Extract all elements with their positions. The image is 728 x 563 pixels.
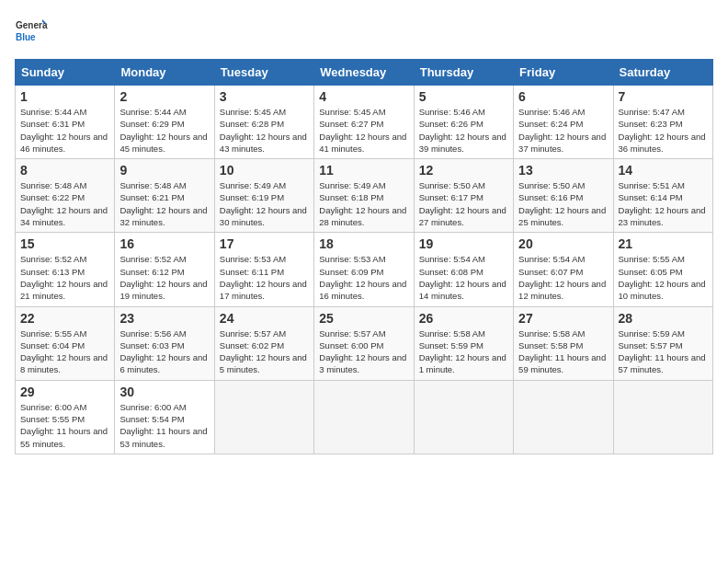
logo-svg: General Blue <box>15 15 48 48</box>
day-number: 10 <box>220 163 309 178</box>
calendar-cell: 17 Sunrise: 5:53 AM Sunset: 6:11 PM Dayl… <box>214 233 313 306</box>
calendar-cell <box>414 380 513 454</box>
day-number: 5 <box>419 89 508 104</box>
day-info: Sunrise: 5:44 AM Sunset: 6:31 PM Dayligh… <box>20 106 109 155</box>
calendar-cell <box>314 380 414 454</box>
calendar-cell: 30 Sunrise: 6:00 AM Sunset: 5:54 PM Dayl… <box>115 380 214 454</box>
day-number: 18 <box>319 236 408 251</box>
calendar-cell <box>514 380 613 454</box>
day-info: Sunrise: 5:50 AM Sunset: 6:16 PM Dayligh… <box>518 179 608 228</box>
day-number: 23 <box>119 311 209 326</box>
calendar-cell: 12 Sunrise: 5:50 AM Sunset: 6:17 PM Dayl… <box>414 159 513 233</box>
day-number: 7 <box>619 89 708 104</box>
day-number: 1 <box>20 89 109 104</box>
calendar-cell: 23 Sunrise: 5:56 AM Sunset: 6:03 PM Dayl… <box>115 306 214 380</box>
calendar-cell: 10 Sunrise: 5:49 AM Sunset: 6:19 PM Dayl… <box>214 159 313 233</box>
day-info: Sunrise: 5:52 AM Sunset: 6:13 PM Dayligh… <box>20 253 109 302</box>
calendar-cell: 11 Sunrise: 5:49 AM Sunset: 6:18 PM Dayl… <box>314 159 414 233</box>
calendar-cell <box>613 380 712 454</box>
day-info: Sunrise: 5:54 AM Sunset: 6:08 PM Dayligh… <box>419 253 508 302</box>
day-info: Sunrise: 5:58 AM Sunset: 5:59 PM Dayligh… <box>419 327 508 376</box>
day-info: Sunrise: 5:45 AM Sunset: 6:27 PM Dayligh… <box>319 106 408 155</box>
day-number: 30 <box>119 385 209 399</box>
day-info: Sunrise: 5:52 AM Sunset: 6:12 PM Dayligh… <box>119 253 209 302</box>
calendar-week-row: 1 Sunrise: 5:44 AM Sunset: 6:31 PM Dayli… <box>16 86 713 159</box>
day-number: 21 <box>619 236 708 251</box>
calendar-cell: 25 Sunrise: 5:57 AM Sunset: 6:00 PM Dayl… <box>314 306 414 380</box>
calendar-cell: 24 Sunrise: 5:57 AM Sunset: 6:02 PM Dayl… <box>214 306 313 380</box>
day-number: 27 <box>518 311 608 326</box>
calendar-week-row: 15 Sunrise: 5:52 AM Sunset: 6:13 PM Dayl… <box>16 233 713 306</box>
svg-text:Blue: Blue <box>16 32 36 42</box>
calendar-cell: 7 Sunrise: 5:47 AM Sunset: 6:23 PM Dayli… <box>613 86 712 159</box>
header-thursday: Thursday <box>414 60 513 86</box>
calendar-week-row: 8 Sunrise: 5:48 AM Sunset: 6:22 PM Dayli… <box>16 159 713 233</box>
day-number: 24 <box>220 311 309 326</box>
day-info: Sunrise: 5:46 AM Sunset: 6:26 PM Dayligh… <box>419 106 508 155</box>
day-number: 19 <box>419 236 508 251</box>
calendar-cell: 6 Sunrise: 5:46 AM Sunset: 6:24 PM Dayli… <box>514 86 613 159</box>
day-info: Sunrise: 6:00 AM Sunset: 5:54 PM Dayligh… <box>119 401 209 450</box>
day-number: 4 <box>319 89 408 104</box>
calendar-cell: 5 Sunrise: 5:46 AM Sunset: 6:26 PM Dayli… <box>414 86 513 159</box>
day-number: 3 <box>220 89 309 104</box>
logo: General Blue <box>15 15 48 48</box>
calendar-cell: 3 Sunrise: 5:45 AM Sunset: 6:28 PM Dayli… <box>214 86 313 159</box>
day-number: 22 <box>20 311 109 326</box>
day-number: 17 <box>220 236 309 251</box>
day-info: Sunrise: 5:54 AM Sunset: 6:07 PM Dayligh… <box>518 253 608 302</box>
calendar-cell: 20 Sunrise: 5:54 AM Sunset: 6:07 PM Dayl… <box>514 233 613 306</box>
calendar-cell: 1 Sunrise: 5:44 AM Sunset: 6:31 PM Dayli… <box>16 86 115 159</box>
day-info: Sunrise: 5:53 AM Sunset: 6:09 PM Dayligh… <box>319 253 408 302</box>
calendar-table: SundayMondayTuesdayWednesdayThursdayFrid… <box>15 59 713 454</box>
calendar-cell: 14 Sunrise: 5:51 AM Sunset: 6:14 PM Dayl… <box>613 159 712 233</box>
day-number: 14 <box>619 163 708 178</box>
calendar-cell: 21 Sunrise: 5:55 AM Sunset: 6:05 PM Dayl… <box>613 233 712 306</box>
day-info: Sunrise: 5:56 AM Sunset: 6:03 PM Dayligh… <box>119 327 209 376</box>
day-info: Sunrise: 5:45 AM Sunset: 6:28 PM Dayligh… <box>220 106 309 155</box>
day-info: Sunrise: 5:58 AM Sunset: 5:58 PM Dayligh… <box>518 327 608 376</box>
page-header: General Blue <box>15 15 713 48</box>
calendar-cell: 15 Sunrise: 5:52 AM Sunset: 6:13 PM Dayl… <box>16 233 115 306</box>
day-info: Sunrise: 5:59 AM Sunset: 5:57 PM Dayligh… <box>619 327 708 376</box>
day-info: Sunrise: 5:48 AM Sunset: 6:22 PM Dayligh… <box>20 179 109 228</box>
calendar-cell <box>214 380 313 454</box>
day-info: Sunrise: 5:49 AM Sunset: 6:19 PM Dayligh… <box>220 179 309 228</box>
header-wednesday: Wednesday <box>314 60 414 86</box>
calendar-cell: 16 Sunrise: 5:52 AM Sunset: 6:12 PM Dayl… <box>115 233 214 306</box>
day-number: 26 <box>419 311 508 326</box>
calendar-cell: 2 Sunrise: 5:44 AM Sunset: 6:29 PM Dayli… <box>115 86 214 159</box>
day-info: Sunrise: 5:47 AM Sunset: 6:23 PM Dayligh… <box>619 106 708 155</box>
day-info: Sunrise: 5:55 AM Sunset: 6:04 PM Dayligh… <box>20 327 109 376</box>
day-info: Sunrise: 5:53 AM Sunset: 6:11 PM Dayligh… <box>220 253 309 302</box>
day-info: Sunrise: 6:00 AM Sunset: 5:55 PM Dayligh… <box>20 401 109 450</box>
day-info: Sunrise: 5:55 AM Sunset: 6:05 PM Dayligh… <box>619 253 708 302</box>
day-number: 15 <box>20 236 109 251</box>
day-number: 20 <box>518 236 608 251</box>
header-sunday: Sunday <box>16 60 115 86</box>
calendar-header-row: SundayMondayTuesdayWednesdayThursdayFrid… <box>16 60 713 86</box>
calendar-week-row: 29 Sunrise: 6:00 AM Sunset: 5:55 PM Dayl… <box>16 380 713 454</box>
header-friday: Friday <box>514 60 613 86</box>
day-number: 12 <box>419 163 508 178</box>
day-info: Sunrise: 5:57 AM Sunset: 6:00 PM Dayligh… <box>319 327 408 376</box>
day-info: Sunrise: 5:48 AM Sunset: 6:21 PM Dayligh… <box>119 179 209 228</box>
calendar-cell: 27 Sunrise: 5:58 AM Sunset: 5:58 PM Dayl… <box>514 306 613 380</box>
day-number: 29 <box>20 385 109 399</box>
day-number: 11 <box>319 163 408 178</box>
calendar-cell: 19 Sunrise: 5:54 AM Sunset: 6:08 PM Dayl… <box>414 233 513 306</box>
calendar-cell: 8 Sunrise: 5:48 AM Sunset: 6:22 PM Dayli… <box>16 159 115 233</box>
day-info: Sunrise: 5:51 AM Sunset: 6:14 PM Dayligh… <box>619 179 708 228</box>
day-number: 25 <box>319 311 408 326</box>
day-number: 9 <box>119 163 209 178</box>
day-number: 6 <box>518 89 608 104</box>
day-info: Sunrise: 5:46 AM Sunset: 6:24 PM Dayligh… <box>518 106 608 155</box>
day-number: 8 <box>20 163 109 178</box>
calendar-cell: 13 Sunrise: 5:50 AM Sunset: 6:16 PM Dayl… <box>514 159 613 233</box>
calendar-cell: 29 Sunrise: 6:00 AM Sunset: 5:55 PM Dayl… <box>16 380 115 454</box>
calendar-cell: 26 Sunrise: 5:58 AM Sunset: 5:59 PM Dayl… <box>414 306 513 380</box>
day-info: Sunrise: 5:44 AM Sunset: 6:29 PM Dayligh… <box>119 106 209 155</box>
day-number: 2 <box>119 89 209 104</box>
header-tuesday: Tuesday <box>214 60 313 86</box>
header-monday: Monday <box>115 60 214 86</box>
